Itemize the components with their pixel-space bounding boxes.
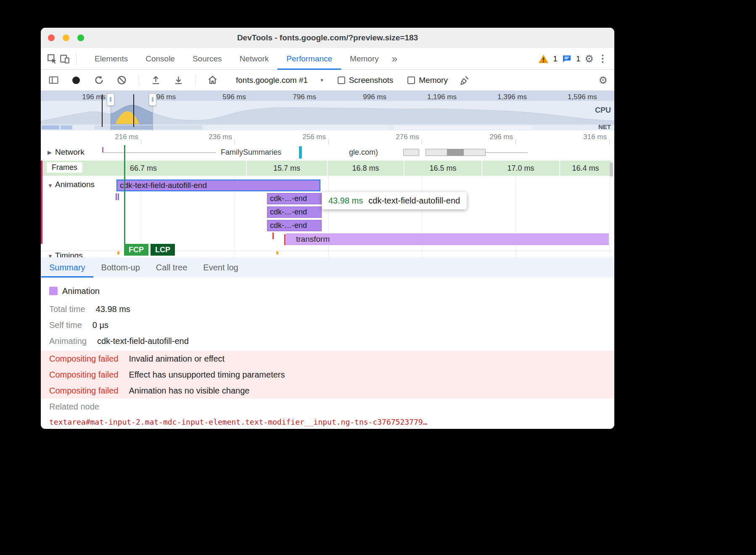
capture-settings-gear-icon[interactable]: ⚙ <box>598 74 608 86</box>
network-request-bar[interactable] <box>299 146 302 159</box>
overflow-menu-icon[interactable]: ⋮ <box>598 53 608 64</box>
panel-left-icon <box>48 75 59 85</box>
summary-row-total-time: Total time 43.98 ms <box>49 301 614 317</box>
devtools-window: DevTools - fonts.google.com/?preview.siz… <box>41 28 614 429</box>
network-request-bar[interactable] <box>426 149 486 156</box>
error-tick <box>272 233 274 239</box>
overview-time-label: 596 ms <box>222 93 246 101</box>
tab-event-log[interactable]: Event log <box>195 257 246 278</box>
details-tabbar: Summary Bottom-up Call tree Event log <box>41 257 614 278</box>
ruler-tick <box>515 140 516 145</box>
warning-count[interactable]: 1 <box>553 54 558 63</box>
screenshots-checkbox[interactable]: Screenshots <box>338 76 394 85</box>
warning-icon[interactable] <box>538 54 549 63</box>
tab-performance[interactable]: Performance <box>278 48 341 70</box>
animating-value: cdk-text-field-autofill-end <box>97 336 189 346</box>
timing-marker <box>117 251 119 254</box>
issues-message-icon[interactable] <box>562 54 572 64</box>
related-node-link[interactable]: textarea#mat-input-2.mat-mdc-input-eleme… <box>49 418 427 426</box>
fcp-badge: FCP <box>124 244 148 256</box>
frame-duration[interactable]: 16.4 ms <box>559 161 611 176</box>
collapse-icon[interactable]: ▼ <box>48 182 53 189</box>
tab-console[interactable]: Console <box>137 48 184 70</box>
device-toolbar-button[interactable] <box>58 53 71 65</box>
ruler-tick-label: 256 ms <box>302 133 326 141</box>
issues-count[interactable]: 1 <box>576 54 581 63</box>
chevron-down-icon[interactable]: ▾ <box>320 77 323 83</box>
frame-duration[interactable]: 15.7 ms <box>246 161 327 176</box>
tab-elements[interactable]: Elements <box>86 48 137 70</box>
save-profile-button[interactable] <box>172 74 184 86</box>
toolbar-divider <box>195 75 196 86</box>
transform-animation-bar[interactable]: transform <box>286 233 609 245</box>
timings-track-label[interactable]: Timings <box>55 251 83 257</box>
flamechart-area[interactable]: 216 ms 236 ms 256 ms 276 ms 296 ms 316 m… <box>41 130 614 257</box>
network-request-name[interactable]: gle.com) <box>349 148 378 157</box>
frame-duration[interactable]: 16.8 ms <box>327 161 404 176</box>
more-tabs-icon[interactable]: » <box>388 53 402 65</box>
failure-row: Compositing failed Animation has no visi… <box>41 383 614 399</box>
self-time-value: 0 µs <box>93 320 108 330</box>
inspect-cursor-icon <box>47 53 58 64</box>
home-button[interactable] <box>206 74 218 86</box>
network-request-bar[interactable] <box>403 149 419 156</box>
memory-label: Memory <box>419 76 448 85</box>
window-titlebar: DevTools - fonts.google.com/?preview.siz… <box>41 28 614 48</box>
tab-sources[interactable]: Sources <box>184 48 231 70</box>
checkbox-icon <box>407 77 415 84</box>
animation-bar[interactable]: cdk-…-end <box>267 220 322 231</box>
target-selector[interactable]: fonts.google.com #1 <box>236 76 308 85</box>
self-time-label: Self time <box>49 320 82 330</box>
network-request-whisker <box>102 152 216 153</box>
ruler-tick <box>609 140 610 145</box>
overview-time-label: 196 ms <box>82 93 106 101</box>
related-node-label: Related node <box>49 402 99 412</box>
inspect-element-button[interactable] <box>46 53 58 65</box>
tab-summary[interactable]: Summary <box>41 257 93 278</box>
reload-and-record-button[interactable] <box>93 74 105 86</box>
download-icon <box>173 75 184 85</box>
animating-label: Animating <box>49 336 87 346</box>
animation-bar-selected[interactable]: cdk-text-field-autofill-end <box>116 180 320 191</box>
animation-bar[interactable]: cdk-…-end <box>267 206 322 218</box>
frame-duration[interactable]: 17.0 ms <box>481 161 559 176</box>
frame-duration[interactable]: 16.5 ms <box>404 161 481 176</box>
toggle-sidebar-button[interactable] <box>48 74 59 86</box>
frames-track: 66.7 ms 15.7 ms 16.8 ms 16.5 ms 17.0 ms … <box>41 161 611 176</box>
timeline-overview[interactable]: 196 ms 396 ms 596 ms 796 ms 996 ms 1,196… <box>41 91 614 131</box>
expand-icon[interactable]: ▶ <box>48 149 52 156</box>
total-time-value: 43.98 ms <box>96 304 130 314</box>
tooltip-duration: 43.98 ms <box>328 196 363 205</box>
network-request-name[interactable]: FamilySummaries <box>221 148 281 157</box>
timeline-ruler: 216 ms 236 ms 256 ms 276 ms 296 ms 316 m… <box>41 130 614 145</box>
animations-track-label[interactable]: Animations <box>55 180 95 189</box>
animation-tick <box>116 193 117 200</box>
tab-bottom-up[interactable]: Bottom-up <box>93 257 148 278</box>
settings-gear-icon[interactable]: ⚙ <box>584 53 594 65</box>
selection-right-handle[interactable]: ‖ <box>149 93 156 106</box>
selection-left-handle[interactable]: ‖ <box>107 93 114 106</box>
memory-checkbox[interactable]: Memory <box>407 76 448 85</box>
frames-track-label: Frames <box>47 162 82 173</box>
clear-recording-button[interactable] <box>116 74 127 86</box>
collapse-icon[interactable]: ▼ <box>48 253 53 257</box>
tab-memory[interactable]: Memory <box>341 48 388 70</box>
timeline-scrollbar-thumb[interactable] <box>610 162 613 177</box>
failure-label: Compositing failed <box>49 386 119 396</box>
summary-row-self-time: Self time 0 µs <box>49 317 614 333</box>
network-track-label[interactable]: Network <box>55 148 85 157</box>
animation-bar[interactable]: cdk-…-end <box>267 193 322 204</box>
performance-toolbar: fonts.google.com #1 ▾ Screenshots Memory… <box>41 70 614 91</box>
record-button[interactable] <box>70 74 82 86</box>
ruler-tick <box>141 140 141 145</box>
load-profile-button[interactable] <box>150 74 161 86</box>
track-highlight-strip <box>41 161 42 244</box>
tab-network[interactable]: Network <box>231 48 278 70</box>
reload-icon <box>94 75 104 85</box>
device-toolbar-icon <box>59 53 70 64</box>
related-node-row: Related node <box>49 399 614 415</box>
garbage-collect-broom-icon <box>459 75 470 86</box>
ruler-tick-label: 296 ms <box>489 133 513 141</box>
collect-garbage-button[interactable] <box>459 74 471 86</box>
tab-call-tree[interactable]: Call tree <box>148 257 195 278</box>
